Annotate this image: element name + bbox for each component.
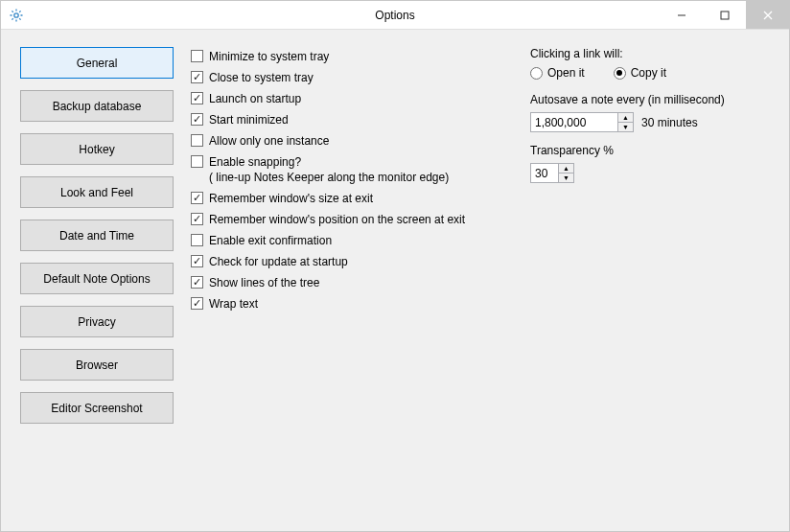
gear-icon bbox=[9, 8, 24, 23]
transparency-label: Transparency % bbox=[530, 144, 770, 157]
spinner-buttons: ▲ ▼ bbox=[558, 164, 573, 182]
radio-open-it[interactable]: Open it bbox=[530, 66, 585, 80]
transparency-input[interactable] bbox=[531, 167, 558, 180]
checkbox-row[interactable]: Enable snapping?( line-up Notes Keeper a… bbox=[191, 154, 521, 185]
transparency-row: ▲ ▼ bbox=[530, 163, 770, 183]
sidebar-item-browser[interactable]: Browser bbox=[20, 349, 174, 381]
checkbox-row[interactable]: Minimize to system tray bbox=[191, 49, 521, 64]
checkbox-row[interactable]: Remember window's position on the screen… bbox=[191, 212, 521, 227]
window-controls bbox=[660, 1, 789, 29]
checkbox-icon bbox=[191, 213, 203, 225]
close-button[interactable] bbox=[746, 1, 789, 29]
right-column: Clicking a link will: Open it Copy it Au… bbox=[521, 47, 770, 512]
radio-copy-it[interactable]: Copy it bbox=[614, 66, 666, 80]
checkbox-label: Remember window's position on the screen… bbox=[209, 212, 465, 227]
checkbox-row[interactable]: Launch on startup bbox=[191, 91, 521, 106]
checkbox-label: Enable snapping?( line-up Notes Keeper a… bbox=[209, 154, 449, 185]
autosave-label: Autosave a note every (in millisecond) bbox=[530, 93, 770, 106]
sidebar-item-date-and-time[interactable]: Date and Time bbox=[20, 220, 174, 251]
checkbox-label: Show lines of the tree bbox=[209, 275, 319, 290]
sidebar-item-default-note-options[interactable]: Default Note Options bbox=[20, 263, 174, 294]
checkbox-icon bbox=[191, 234, 203, 246]
checkbox-icon bbox=[191, 92, 203, 104]
link-action-label: Clicking a link will: bbox=[530, 47, 770, 60]
checkbox-column: Minimize to system trayClose to system t… bbox=[191, 47, 521, 512]
sidebar-item-look-and-feel[interactable]: Look and Feel bbox=[20, 176, 174, 208]
checkbox-icon bbox=[191, 255, 203, 267]
checkbox-row[interactable]: Show lines of the tree bbox=[191, 275, 521, 290]
checkbox-row[interactable]: Wrap text bbox=[191, 296, 521, 312]
checkbox-icon bbox=[191, 113, 203, 126]
checkbox-icon bbox=[191, 155, 203, 168]
content-area: GeneralBackup databaseHotkeyLook and Fee… bbox=[1, 30, 789, 531]
radio-dot-icon bbox=[614, 67, 626, 80]
transparency-spinner: ▲ ▼ bbox=[530, 163, 574, 183]
spinner-down-icon[interactable]: ▼ bbox=[559, 173, 573, 182]
checkbox-row[interactable]: Start minimized bbox=[191, 112, 521, 127]
radio-label: Copy it bbox=[631, 66, 666, 80]
checkbox-label: Minimize to system tray bbox=[209, 49, 329, 64]
checkbox-row[interactable]: Check for update at startup bbox=[191, 254, 521, 269]
checkbox-row[interactable]: Remember window's size at exit bbox=[191, 191, 521, 206]
maximize-button[interactable] bbox=[703, 1, 746, 29]
radio-dot-icon bbox=[530, 67, 543, 80]
checkbox-row[interactable]: Allow only one instance bbox=[191, 133, 521, 149]
titlebar: Options bbox=[1, 1, 789, 30]
checkbox-icon bbox=[191, 192, 203, 204]
spinner-down-icon[interactable]: ▼ bbox=[618, 123, 633, 131]
options-window: Options GeneralBackup databaseHotkeyLook… bbox=[0, 0, 790, 532]
svg-point-0 bbox=[14, 12, 18, 16]
spinner-buttons: ▲ ▼ bbox=[617, 113, 633, 131]
sidebar-item-privacy[interactable]: Privacy bbox=[20, 306, 174, 337]
spinner-up-icon[interactable]: ▲ bbox=[559, 164, 573, 173]
svg-rect-2 bbox=[721, 12, 729, 19]
sidebar-item-editor-screenshot[interactable]: Editor Screenshot bbox=[20, 392, 174, 424]
checkbox-row[interactable]: Enable exit confirmation bbox=[191, 233, 521, 248]
sidebar: GeneralBackup databaseHotkeyLook and Fee… bbox=[20, 47, 174, 512]
radio-label: Open it bbox=[547, 66, 585, 80]
checkbox-label: Close to system tray bbox=[209, 70, 314, 85]
autosave-row: ▲ ▼ 30 minutes bbox=[530, 112, 770, 132]
autosave-input[interactable] bbox=[531, 116, 617, 129]
checkbox-label: Allow only one instance bbox=[209, 133, 329, 149]
sidebar-item-hotkey[interactable]: Hotkey bbox=[20, 133, 174, 165]
checkbox-icon bbox=[191, 297, 203, 310]
checkbox-label: Start minimized bbox=[209, 112, 289, 127]
autosave-spinner: ▲ ▼ bbox=[530, 112, 634, 132]
spinner-up-icon[interactable]: ▲ bbox=[618, 113, 633, 123]
minimize-button[interactable] bbox=[660, 1, 703, 29]
link-action-radios: Open it Copy it bbox=[530, 66, 770, 80]
sidebar-item-backup-database[interactable]: Backup database bbox=[20, 90, 174, 122]
checkbox-icon bbox=[191, 50, 203, 62]
checkbox-label: Enable exit confirmation bbox=[209, 233, 332, 248]
autosave-display: 30 minutes bbox=[641, 116, 698, 129]
main-panel: Minimize to system trayClose to system t… bbox=[174, 47, 770, 512]
checkbox-label: Launch on startup bbox=[209, 91, 301, 106]
checkbox-icon bbox=[191, 134, 203, 147]
checkbox-label: Remember window's size at exit bbox=[209, 191, 373, 206]
checkbox-icon bbox=[191, 276, 203, 289]
checkbox-icon bbox=[191, 71, 203, 83]
checkbox-label: Check for update at startup bbox=[209, 254, 348, 269]
checkbox-label: Wrap text bbox=[209, 296, 258, 312]
checkbox-row[interactable]: Close to system tray bbox=[191, 70, 521, 85]
sidebar-item-general[interactable]: General bbox=[20, 47, 174, 79]
